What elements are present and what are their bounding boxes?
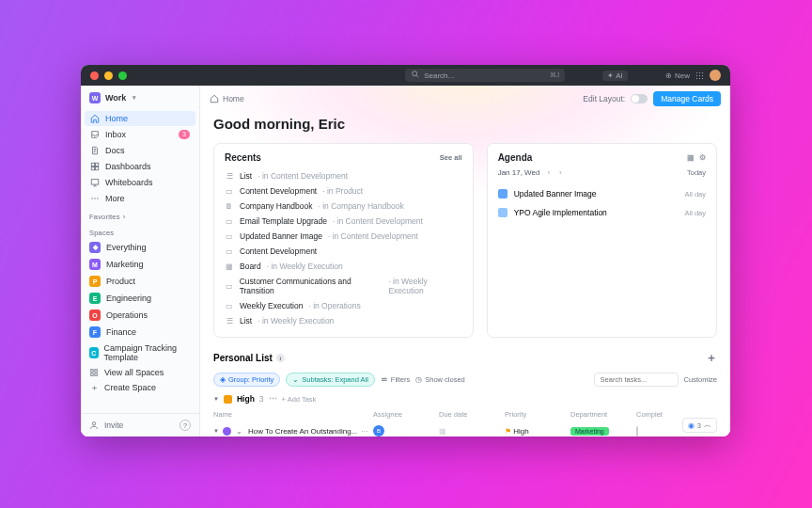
task-icon: ▭	[225, 187, 234, 196]
recent-item[interactable]: 🗎 Company Handbook · in Company Handbook	[225, 198, 462, 214]
show-closed-button[interactable]: ◷Show closed	[415, 375, 465, 384]
chevron-up-icon: ︿	[704, 421, 711, 430]
recents-title: Recents	[225, 152, 261, 163]
new-button[interactable]: ⊕ New	[665, 71, 690, 80]
sidebar-space-item[interactable]: OOperations	[81, 307, 199, 324]
chevron-down-icon: ▾	[133, 94, 136, 102]
recent-item-name: Content Development	[240, 186, 317, 196]
sidebar: W Work ▾ Home Inbox 3 Docs	[81, 86, 200, 437]
sidebar-item-more[interactable]: More	[85, 191, 195, 206]
docs-icon	[90, 146, 100, 155]
priority-high-flag-icon	[224, 395, 232, 404]
calendar-icon[interactable]: ▦	[439, 427, 446, 436]
help-icon[interactable]: ?	[180, 420, 191, 431]
chevron-down-icon[interactable]: ▼	[213, 428, 219, 434]
sidebar-item-dashboards[interactable]: Dashboards	[85, 159, 195, 174]
agenda-prev-button[interactable]: ‹	[545, 168, 552, 177]
recent-item-location: · in Operations	[308, 301, 360, 310]
info-icon[interactable]: i	[276, 354, 285, 362]
list-icon: ☰	[225, 172, 234, 181]
recent-item[interactable]: ☰ List · in Content Development	[225, 168, 462, 183]
global-search-input[interactable]: Search... ⌘J	[405, 69, 565, 82]
recent-item[interactable]: ▭ Weekly Execution · in Operations	[225, 298, 462, 313]
complete-checkbox[interactable]	[636, 426, 638, 437]
whiteboards-icon	[90, 178, 100, 187]
task-status-icon[interactable]	[223, 427, 231, 436]
view-all-spaces[interactable]: View all Spaces	[81, 365, 199, 380]
add-card-button[interactable]: ＋	[706, 350, 717, 366]
window-close-button[interactable]	[90, 71, 99, 80]
group-chip[interactable]: ◈ Group: Priority	[213, 373, 280, 387]
create-space[interactable]: ＋ Create Space	[81, 380, 199, 395]
agenda-next-button[interactable]: ›	[557, 168, 564, 177]
recent-item[interactable]: ▭ Content Development	[225, 244, 462, 259]
apps-grid-icon[interactable]	[695, 71, 704, 80]
titlebar: Search... ⌘J ✦ AI ⊕ New	[81, 65, 730, 86]
recent-item[interactable]: ▦ Board · in Weekly Execution	[225, 259, 462, 274]
sidebar-item-docs[interactable]: Docs	[85, 143, 195, 158]
filters-button[interactable]: ⩸Filters	[381, 375, 410, 384]
recent-item[interactable]: ▭ Updated Banner Image · in Content Deve…	[225, 229, 462, 244]
group-menu-icon[interactable]: ⋯	[269, 394, 277, 404]
department-tag[interactable]: Marketing	[570, 427, 609, 436]
recent-item[interactable]: ▭ Email Template Upgrade · in Content De…	[225, 214, 462, 229]
recent-item[interactable]: ▭ Customer Communications and Transition…	[225, 274, 462, 298]
invite-icon	[89, 421, 99, 430]
priority-group-header[interactable]: ▼ High 3 ⋯ + Add Task	[213, 394, 717, 404]
sidebar-item-whiteboards[interactable]: Whiteboards	[85, 175, 195, 190]
more-icon	[90, 194, 100, 203]
space-icon: O	[89, 310, 101, 321]
col-priority: Priority	[505, 410, 570, 419]
agenda-item-allday: All day	[684, 209, 706, 217]
window-maximize-button[interactable]	[118, 71, 127, 80]
favorites-section-label[interactable]: Favorites ›	[81, 207, 199, 223]
customize-button[interactable]: Customize	[684, 375, 717, 384]
space-label: Engineering	[106, 294, 151, 303]
agenda-item[interactable]: YPO Agile Implementation All day	[498, 203, 706, 222]
svg-rect-3	[95, 163, 98, 166]
subtasks-chip[interactable]: ⌄ Subtasks: Expand All	[286, 373, 374, 387]
calendar-icon[interactable]: ▦	[687, 153, 695, 162]
recent-item-location: · in Content Development	[328, 231, 418, 241]
today-button[interactable]: Today	[687, 168, 706, 177]
task-count-pill[interactable]: ◉ 3 ︿	[682, 418, 717, 433]
search-placeholder: Search...	[424, 71, 454, 80]
task-menu-icon[interactable]: ⋯	[361, 427, 368, 436]
add-task-button[interactable]: + Add Task	[282, 395, 317, 404]
sidebar-space-item[interactable]: PProduct	[81, 273, 199, 290]
recents-card: Recents See all ☰ List · in Content Deve…	[213, 143, 474, 338]
sidebar-item-home[interactable]: Home	[85, 111, 195, 126]
sidebar-space-item[interactable]: ◆Everything	[81, 239, 199, 256]
gear-icon[interactable]: ⚙	[699, 153, 706, 162]
tasks-search-input[interactable]	[594, 373, 679, 387]
assignee-avatar[interactable]: B	[373, 425, 384, 437]
sidebar-space-item[interactable]: MMarketing	[81, 256, 199, 273]
grid-icon	[89, 368, 99, 377]
chevron-down-icon: ▼	[213, 396, 219, 402]
edit-layout-toggle[interactable]	[631, 94, 648, 103]
recent-item-name: List	[240, 171, 252, 181]
recent-item-name: Company Handbook	[240, 201, 313, 211]
col-department: Department	[570, 410, 636, 419]
manage-cards-button[interactable]: Manage Cards	[653, 91, 721, 106]
agenda-title: Agenda	[498, 152, 533, 163]
table-row[interactable]: ▼ ⌄ How To Create An Outstanding... ⋯ B …	[213, 422, 717, 437]
see-all-link[interactable]: See all	[440, 153, 462, 162]
everything-icon: ◆	[89, 242, 101, 253]
ai-button[interactable]: ✦ AI	[602, 71, 628, 81]
agenda-item[interactable]: Updated Banner Image All day	[498, 184, 706, 203]
sidebar-space-item[interactable]: CCampaign Tracking Template	[81, 341, 199, 365]
clock-icon: ◷	[415, 375, 422, 384]
window-minimize-button[interactable]	[104, 71, 113, 80]
breadcrumb[interactable]: Home	[210, 94, 244, 103]
recent-item[interactable]: ▭ Content Development · in Product	[225, 183, 462, 198]
sidebar-space-item[interactable]: FFinance	[81, 324, 199, 341]
sidebar-space-item[interactable]: EEngineering	[81, 290, 199, 307]
workspace-switcher[interactable]: W Work ▾	[81, 86, 199, 110]
sidebar-item-inbox[interactable]: Inbox 3	[85, 127, 195, 142]
user-avatar[interactable]	[710, 70, 721, 81]
recent-item-location: · in Content Development	[258, 171, 348, 181]
invite-button[interactable]: Invite	[104, 421, 123, 430]
recent-item[interactable]: ☰ List · in Weekly Execution	[225, 313, 462, 328]
col-name: Name	[213, 410, 373, 419]
